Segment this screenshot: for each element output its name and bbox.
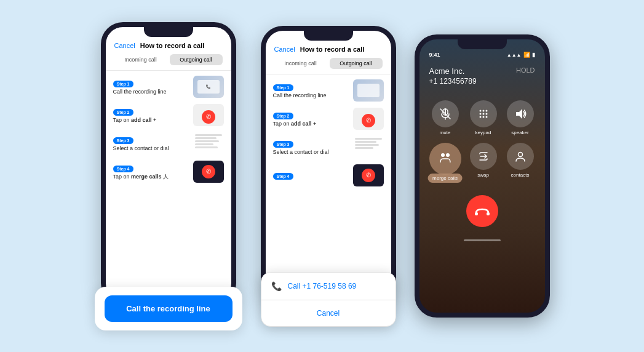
caller-name: Acme Inc. <box>429 66 465 76</box>
contacts-circle <box>507 143 534 170</box>
phone2-steps: Step 1 Call the recording line Step 2 Ta… <box>266 74 391 198</box>
control-keypad[interactable]: keypad <box>469 100 498 135</box>
svg-rect-17 <box>475 212 478 215</box>
svg-point-7 <box>479 113 481 115</box>
status-icons: ▲▲▲ 📶 ▮ <box>507 52 535 58</box>
p2-step4-thumb: ✆ <box>353 164 384 186</box>
p2-step1-info: Step 1 Call the recording line <box>273 81 348 100</box>
phone2-header-top: Cancel How to record a call <box>274 46 383 53</box>
phone2-tabs: Incoming call Outgoing call <box>274 58 383 69</box>
p2-step3-info: Step 3 Select a contact or dial <box>273 137 348 156</box>
phone1-container: Cancel How to record a call Incoming cal… <box>95 22 242 330</box>
caller-info: Acme Inc. HOLD +1 123456789 <box>419 62 545 95</box>
step3-info: Step 3 Select a contact or dial <box>113 134 188 153</box>
tab-incoming-phone1[interactable]: Incoming call <box>114 54 167 65</box>
phone-icon: 📞 <box>271 281 282 291</box>
phone1-cancel[interactable]: Cancel <box>114 42 135 49</box>
p2-step4-badge: Step 4 <box>273 173 293 180</box>
p2-step2-badge: Step 2 <box>273 113 293 119</box>
phone3-container: 9:41 ▲▲▲ 📶 ▮ Acme Inc. HOLD +1 123456789 <box>415 34 550 318</box>
svg-point-6 <box>485 110 487 112</box>
speaker-circle <box>507 100 534 127</box>
p2-step3-text: Select a contact or dial <box>273 149 348 156</box>
svg-point-16 <box>518 153 522 157</box>
home-indicator <box>464 239 501 241</box>
phone1-title: How to record a call <box>140 42 205 49</box>
mute-label: mute <box>440 130 451 135</box>
step-item: Step 1 Call the recording line <box>273 79 384 102</box>
step4-badge: Step 4 <box>113 166 133 172</box>
step-item: Step 3 Select a contact or dial <box>113 132 224 154</box>
step-item: Step 4 ✆ <box>273 164 384 186</box>
phone1-tabs: Incoming call Outgoing call <box>114 54 223 65</box>
thumb-dial: ✆ <box>193 104 224 126</box>
step-item: Step 4 Tap on merge calls 人 ✆ <box>113 161 224 183</box>
step1-info: Step 1 Call the recording line <box>113 77 188 96</box>
phone3-frame: 9:41 ▲▲▲ 📶 ▮ Acme Inc. HOLD +1 123456789 <box>415 34 550 318</box>
wifi-icon: 📶 <box>523 52 530 58</box>
status-bar: 9:41 ▲▲▲ 📶 ▮ <box>419 39 545 62</box>
step-item: Step 3 Select a contact or dial <box>273 136 384 158</box>
thumb-dial2: ✆ <box>353 108 384 130</box>
phone1-header: Cancel How to record a call Incoming cal… <box>106 27 231 71</box>
signal-icon: ▲▲▲ <box>507 52 522 58</box>
caller-row: Acme Inc. HOLD <box>429 66 535 76</box>
svg-point-5 <box>482 110 484 112</box>
tab-incoming-phone2[interactable]: Incoming call <box>274 58 327 69</box>
control-speaker[interactable]: speaker <box>506 100 535 135</box>
p2-step2-thumb: ✆ <box>353 108 384 130</box>
p2-step1-badge: Step 1 <box>273 84 293 91</box>
phone2-title: How to record a call <box>300 46 365 53</box>
step3-text: Select a contact or dial <box>113 145 188 153</box>
action-cancel-item[interactable]: Cancel <box>261 300 396 326</box>
caller-number: +1 123456789 <box>429 77 535 86</box>
step4-text: Tap on merge calls 人 <box>113 174 188 181</box>
step2-thumb: ✆ <box>193 104 224 126</box>
step-item: Step 2 Tap on add call + ✆ <box>273 108 384 130</box>
p2-step3-thumb <box>353 136 384 158</box>
merge-circle <box>429 143 461 175</box>
step4-thumb: ✆ <box>193 161 224 183</box>
step1-text: Call the recording line <box>113 89 188 96</box>
thumb-contact <box>193 132 224 154</box>
contacts-label: contacts <box>511 172 530 178</box>
control-swap[interactable]: swap <box>469 143 498 178</box>
action-cancel-label[interactable]: Cancel <box>271 309 386 318</box>
control-contacts[interactable]: contacts <box>506 143 535 178</box>
cta-bubble: Call the recording line <box>95 287 242 330</box>
step1-thumb: 📞 <box>193 76 224 98</box>
keypad-circle <box>470 100 497 127</box>
phone2-cancel[interactable]: Cancel <box>274 46 295 53</box>
control-mute[interactable]: mute <box>429 100 461 135</box>
svg-point-12 <box>485 116 487 118</box>
tab-outgoing-phone1[interactable]: Outgoing call <box>170 54 223 65</box>
hold-label: HOLD <box>516 66 535 74</box>
svg-rect-18 <box>487 212 490 215</box>
phone2-header: Cancel How to record a call Incoming cal… <box>266 31 391 74</box>
end-call-button[interactable] <box>466 195 498 227</box>
phone1-frame: Cancel How to record a call Incoming cal… <box>101 22 236 305</box>
p2-step4-info: Step 4 <box>273 169 348 181</box>
step1-badge: Step 1 <box>113 81 133 87</box>
end-call-row <box>419 183 545 239</box>
mute-circle <box>432 100 459 127</box>
swap-label: swap <box>477 172 489 178</box>
thumb-merge: ✆ <box>193 161 224 183</box>
step-item: Step 2 Tap on add call + ✆ <box>113 104 224 126</box>
svg-point-11 <box>482 116 484 118</box>
svg-point-14 <box>441 153 445 157</box>
thumb-call: 📞 <box>193 76 224 98</box>
tab-outgoing-phone2[interactable]: Outgoing call <box>330 58 383 69</box>
action-call-label[interactable]: Call +1 76-519 58 69 <box>288 282 357 290</box>
p2-step1-text: Call the recording line <box>273 92 348 100</box>
battery-icon: ▮ <box>532 52 535 58</box>
p2-step2-info: Step 2 Tap on add call + <box>273 109 348 128</box>
p2-step1-thumb <box>353 79 384 102</box>
step3-badge: Step 3 <box>113 137 133 144</box>
speaker-label: speaker <box>511 130 528 135</box>
control-merge-calls[interactable]: merge calls <box>429 143 461 178</box>
phone2-frame: Cancel How to record a call Incoming cal… <box>261 26 396 309</box>
action-call-item[interactable]: 📞 Call +1 76-519 58 69 <box>261 273 396 300</box>
cta-call-button[interactable]: Call the recording line <box>105 295 233 322</box>
phone2-container: Cancel How to record a call Incoming cal… <box>261 26 396 327</box>
